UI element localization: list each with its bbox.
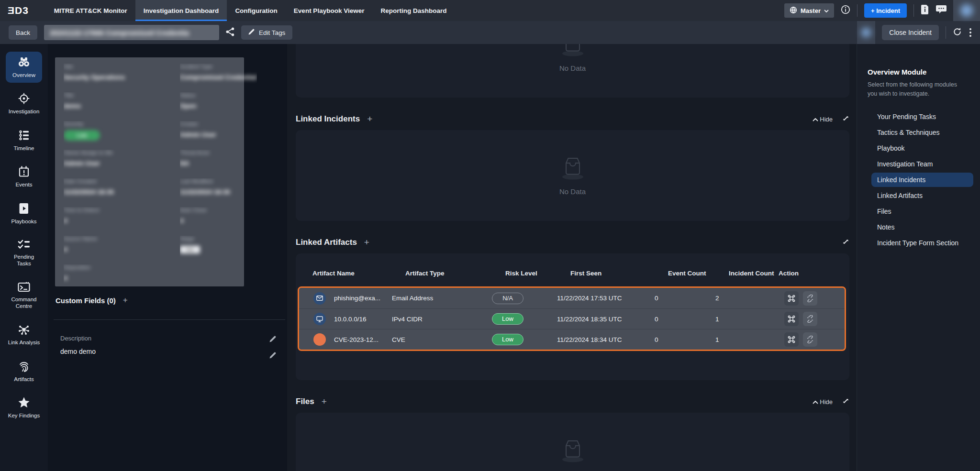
module-item-files[interactable]: Files bbox=[871, 204, 973, 219]
tab-reporting-dashboard[interactable]: Reporting Dashboard bbox=[372, 0, 455, 21]
ip-artifact-icon bbox=[313, 313, 326, 325]
description-label: Description bbox=[60, 335, 258, 342]
table-row[interactable]: CVE-2023-12... CVE Low 11/22/2024 18:34 … bbox=[299, 329, 845, 350]
utility-commands-button[interactable] bbox=[784, 291, 799, 306]
table-row[interactable]: 10.0.0.0/16 IPv4 CIDR Low 11/22/2024 18:… bbox=[299, 308, 845, 329]
sidebar-item-artifacts[interactable]: Artifacts bbox=[6, 356, 42, 387]
artifact-type: Email Address bbox=[392, 295, 492, 302]
overview-module-title: Overview Module bbox=[868, 68, 973, 76]
assignee-avatar[interactable] bbox=[857, 21, 875, 44]
module-nav-list: Your Pending Tasks Tactics & Techniques … bbox=[868, 110, 973, 250]
overview-modules-scroll-area[interactable]: No Data Linked Incidents + Hide bbox=[287, 44, 857, 471]
hide-files-button[interactable]: Hide bbox=[813, 398, 833, 405]
edit-description-icon[interactable] bbox=[269, 336, 276, 344]
sidebar-item-command-centre[interactable]: Command Centre bbox=[6, 277, 42, 314]
files-title: Files bbox=[296, 397, 314, 406]
release-notes-icon[interactable] bbox=[921, 5, 929, 16]
close-incident-button[interactable]: Close Incident bbox=[882, 25, 939, 40]
tab-event-playbook-viewer[interactable]: Event Playbook Viewer bbox=[286, 0, 373, 21]
module-sidebar: Overview Investigation Timeline Events P… bbox=[0, 44, 48, 471]
user-avatar[interactable] bbox=[953, 0, 980, 21]
expand-linked-artifacts-icon[interactable] bbox=[842, 238, 849, 247]
module-item-investigation-team[interactable]: Investigation Team bbox=[871, 157, 973, 171]
unlink-artifact-button[interactable] bbox=[803, 291, 817, 306]
sidebar-item-events[interactable]: Events bbox=[6, 161, 42, 192]
module-item-playbook[interactable]: Playbook bbox=[871, 141, 973, 155]
expand-files-icon[interactable] bbox=[842, 397, 849, 406]
linked-incidents-title: Linked Incidents bbox=[296, 114, 360, 124]
module-item-incident-type-form-section[interactable]: Incident Type Form Section bbox=[871, 236, 973, 250]
col-artifact-name: Artifact Name bbox=[312, 270, 405, 277]
email-artifact-icon bbox=[313, 292, 326, 305]
investigation-team-card-partial: No Data bbox=[296, 44, 849, 98]
utility-commands-button[interactable] bbox=[784, 312, 799, 326]
module-item-linked-incidents[interactable]: Linked Incidents bbox=[871, 173, 973, 187]
first-seen: 11/22/2024 18:35 UTC bbox=[557, 316, 655, 323]
fingerprint-icon bbox=[18, 361, 30, 372]
module-item-tactics-techniques[interactable]: Tactics & Techniques bbox=[871, 125, 973, 140]
empty-inbox-icon bbox=[558, 156, 588, 182]
checklist-icon bbox=[18, 239, 30, 250]
new-incident-button[interactable]: + Incident bbox=[864, 3, 907, 18]
sidebar-item-overview[interactable]: Overview bbox=[6, 52, 42, 83]
module-item-notes[interactable]: Notes bbox=[871, 220, 973, 234]
edit-description-text-icon[interactable] bbox=[269, 352, 276, 361]
event-count: 0 bbox=[655, 316, 715, 323]
sidebar-item-link-analysis[interactable]: Link Analysis bbox=[6, 319, 42, 350]
empty-inbox-icon bbox=[558, 438, 588, 464]
severity-badge: Low bbox=[64, 130, 100, 141]
share-icon[interactable] bbox=[226, 27, 234, 38]
sidebar-item-playbooks[interactable]: Playbooks bbox=[6, 198, 42, 229]
modules-content: No Data Linked Incidents + Hide bbox=[287, 44, 857, 471]
artifacts-table-header: Artifact Name Artifact Type Risk Level F… bbox=[296, 270, 849, 277]
artifact-name[interactable]: phishing@exa... bbox=[334, 295, 380, 302]
sidebar-item-key-findings[interactable]: Key Findings bbox=[6, 392, 42, 423]
module-item-linked-artifacts[interactable]: Linked Artifacts bbox=[871, 188, 973, 203]
edit-tags-button[interactable]: Edit Tags bbox=[241, 25, 292, 40]
d3-logo: ƎD3 bbox=[8, 5, 29, 16]
crosshair-icon bbox=[18, 93, 30, 104]
info-icon[interactable] bbox=[841, 5, 850, 16]
avatar-image-blurred bbox=[960, 4, 973, 17]
chat-icon[interactable] bbox=[936, 5, 947, 16]
add-custom-field-button[interactable]: + bbox=[123, 296, 128, 305]
no-data-label: No Data bbox=[559, 64, 586, 72]
top-navbar: ƎD3 MITRE ATT&CK Monitor Investigation D… bbox=[0, 0, 980, 21]
incident-fields-card-redacted: SiteSecurity Operations Titledemo Severi… bbox=[55, 57, 244, 286]
tab-mitre-attck-monitor[interactable]: MITRE ATT&CK Monitor bbox=[46, 0, 135, 21]
utility-commands-button[interactable] bbox=[784, 332, 799, 347]
table-row[interactable]: phishing@exa... Email Address N/A 11/22/… bbox=[299, 288, 845, 308]
unlink-artifact-button[interactable] bbox=[803, 332, 817, 347]
add-linked-incident-button[interactable]: + bbox=[367, 114, 372, 124]
binoculars-icon bbox=[18, 56, 30, 68]
risk-badge: N/A bbox=[492, 293, 523, 304]
expand-linked-incidents-icon[interactable] bbox=[842, 115, 849, 124]
star-icon bbox=[18, 397, 30, 408]
unlink-artifact-button[interactable] bbox=[803, 312, 817, 326]
fields-column-left: SiteSecurity Operations Titledemo Severi… bbox=[64, 64, 173, 293]
tab-configuration[interactable]: Configuration bbox=[227, 0, 285, 21]
linked-artifacts-card: Artifact Name Artifact Type Risk Level F… bbox=[296, 253, 849, 380]
description-value: demo demo bbox=[60, 348, 258, 355]
incident-details-panel: SiteSecurity Operations Titledemo Severi… bbox=[48, 44, 287, 471]
tab-investigation-dashboard[interactable]: Investigation Dashboard bbox=[135, 0, 227, 21]
artifact-type: IPv4 CIDR bbox=[392, 316, 492, 323]
artifact-name[interactable]: 10.0.0.0/16 bbox=[334, 316, 367, 323]
sidebar-item-investigation[interactable]: Investigation bbox=[6, 88, 42, 119]
more-actions-menu-icon[interactable] bbox=[969, 27, 972, 38]
refresh-icon[interactable] bbox=[953, 27, 962, 38]
hide-linked-incidents-button[interactable]: Hide bbox=[813, 116, 833, 123]
master-dropdown[interactable]: Master bbox=[784, 3, 834, 18]
col-event-count: Event Count bbox=[668, 270, 729, 277]
back-button[interactable]: Back bbox=[9, 25, 37, 40]
incident-count: 2 bbox=[715, 295, 765, 302]
sidebar-item-timeline[interactable]: Timeline bbox=[6, 125, 42, 156]
module-item-your-pending-tasks[interactable]: Your Pending Tasks bbox=[871, 110, 973, 124]
artifact-name[interactable]: CVE-2023-12... bbox=[334, 336, 379, 343]
first-seen: 11/22/2024 17:53 UTC bbox=[557, 295, 655, 302]
sidebar-item-pending-tasks[interactable]: Pending Tasks bbox=[6, 234, 42, 272]
timeline-list-icon bbox=[18, 130, 30, 141]
chevron-up-icon bbox=[813, 398, 818, 405]
add-file-button[interactable]: + bbox=[322, 396, 327, 407]
add-linked-artifact-button[interactable]: + bbox=[364, 237, 369, 248]
